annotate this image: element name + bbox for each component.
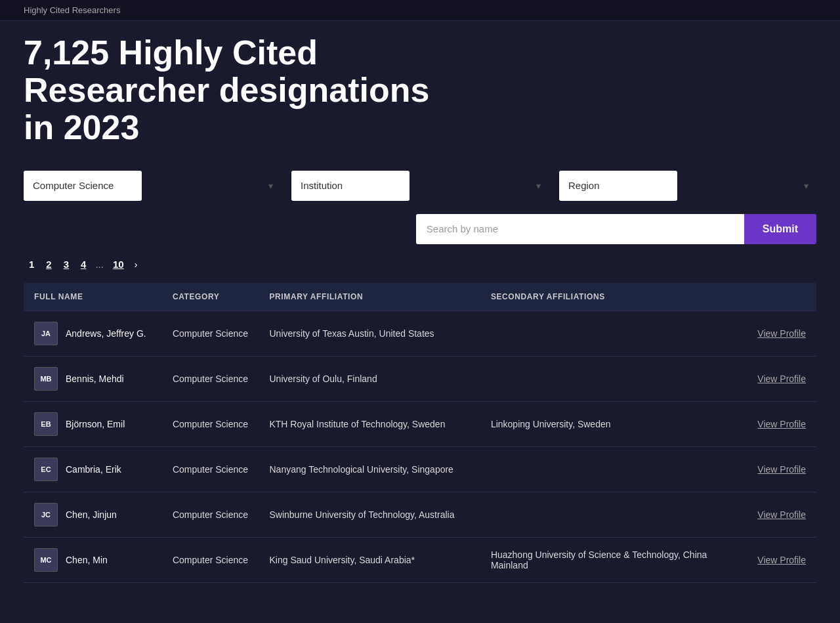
- category-cell: Computer Science: [162, 446, 259, 492]
- secondary-affiliation-cell: Linkoping University, Sweden: [480, 401, 744, 446]
- col-header-secondary: SECONDARY AFFILIATIONS: [480, 283, 744, 311]
- researcher-name: Chen, Min: [66, 555, 108, 565]
- researchers-table: FULL NAME CATEGORY PRIMARY AFFILIATION S…: [24, 283, 816, 583]
- table-row: EB Björnson, Emil Computer Science KTH R…: [24, 401, 816, 446]
- next-page-arrow[interactable]: ›: [132, 257, 140, 271]
- page-4[interactable]: 4: [77, 257, 90, 271]
- researcher-name: Andrews, Jeffrey G.: [66, 328, 146, 339]
- secondary-affiliation-cell: [480, 311, 744, 356]
- pagination: 1 2 3 4 ... 10 ›: [24, 257, 816, 271]
- name-cell: EB Björnson, Emil: [24, 401, 162, 446]
- table-row: MC Chen, Min Computer Science King Saud …: [24, 537, 816, 582]
- view-profile-link[interactable]: View Profile: [757, 464, 806, 475]
- name-cell: MC Chen, Min: [24, 537, 162, 582]
- category-cell: Computer Science: [162, 311, 259, 356]
- category-cell: Computer Science: [162, 401, 259, 446]
- page-ellipsis: ...: [94, 257, 105, 271]
- col-header-name: FULL NAME: [24, 283, 162, 311]
- category-cell: Computer Science: [162, 537, 259, 582]
- page-10[interactable]: 10: [109, 257, 128, 271]
- search-input[interactable]: [416, 214, 744, 244]
- breadcrumb: Highly Cited Researchers: [24, 5, 120, 15]
- page-1[interactable]: 1: [25, 257, 38, 271]
- search-row: Submit: [24, 214, 816, 244]
- profile-cell: View Profile: [744, 311, 816, 356]
- col-header-primary: PRIMARY AFFILIATION: [259, 283, 480, 311]
- table-row: EC Cambria, Erik Computer Science Nanyan…: [24, 446, 816, 492]
- table-body: JA Andrews, Jeffrey G. Computer Science …: [24, 311, 816, 582]
- filters-row: Computer Science Biology Chemistry Physi…: [24, 171, 816, 201]
- primary-affiliation-cell: Swinburne University of Technology, Aust…: [259, 492, 480, 537]
- primary-affiliation-cell: Nanyang Technological University, Singap…: [259, 446, 480, 492]
- secondary-affiliation-cell: [480, 446, 744, 492]
- category-cell: Computer Science: [162, 356, 259, 401]
- primary-affiliation-cell: University of Oulu, Finland: [259, 356, 480, 401]
- col-header-profile: [744, 283, 816, 311]
- name-cell: EC Cambria, Erik: [24, 446, 162, 492]
- submit-button[interactable]: Submit: [744, 214, 816, 244]
- avatar: EB: [34, 412, 58, 436]
- avatar: EC: [34, 458, 58, 481]
- table-row: JC Chen, Jinjun Computer Science Swinbur…: [24, 492, 816, 537]
- view-profile-link[interactable]: View Profile: [757, 419, 806, 429]
- region-filter[interactable]: Region: [559, 171, 677, 201]
- researcher-name: Chen, Jinjun: [66, 509, 117, 520]
- profile-cell: View Profile: [744, 356, 816, 401]
- header-top: Highly Cited Researchers: [0, 0, 840, 21]
- page-3[interactable]: 3: [60, 257, 73, 271]
- secondary-affiliation-cell: [480, 356, 744, 401]
- name-cell: MB Bennis, Mehdi: [24, 356, 162, 401]
- avatar: JA: [34, 322, 58, 345]
- view-profile-link[interactable]: View Profile: [757, 555, 806, 565]
- profile-cell: View Profile: [744, 537, 816, 582]
- profile-cell: View Profile: [744, 401, 816, 446]
- institution-filter-wrapper: Institution: [291, 171, 549, 201]
- researchers-table-container: FULL NAME CATEGORY PRIMARY AFFILIATION S…: [24, 283, 816, 583]
- page-title: 7,125 Highly Cited Researcher designatio…: [24, 34, 430, 147]
- researcher-name: Björnson, Emil: [66, 419, 125, 429]
- table-row: MB Bennis, Mehdi Computer Science Univer…: [24, 356, 816, 401]
- view-profile-link[interactable]: View Profile: [757, 328, 806, 339]
- researcher-name: Bennis, Mehdi: [66, 374, 124, 384]
- profile-cell: View Profile: [744, 446, 816, 492]
- avatar: MC: [34, 548, 58, 572]
- view-profile-link[interactable]: View Profile: [757, 509, 806, 520]
- primary-affiliation-cell: KTH Royal Institute of Technology, Swede…: [259, 401, 480, 446]
- primary-affiliation-cell: University of Texas Austin, United State…: [259, 311, 480, 356]
- profile-cell: View Profile: [744, 492, 816, 537]
- view-profile-link[interactable]: View Profile: [757, 374, 806, 384]
- avatar: JC: [34, 503, 58, 526]
- table-row: JA Andrews, Jeffrey G. Computer Science …: [24, 311, 816, 356]
- avatar: MB: [34, 367, 58, 391]
- page-2[interactable]: 2: [42, 257, 55, 271]
- institution-filter[interactable]: Institution: [291, 171, 410, 201]
- primary-affiliation-cell: King Saud University, Saudi Arabia*: [259, 537, 480, 582]
- category-filter[interactable]: Computer Science Biology Chemistry Physi…: [24, 171, 142, 201]
- category-filter-wrapper: Computer Science Biology Chemistry Physi…: [24, 171, 281, 201]
- name-cell: JC Chen, Jinjun: [24, 492, 162, 537]
- secondary-affiliation-cell: [480, 492, 744, 537]
- researcher-name: Cambria, Erik: [66, 464, 121, 475]
- secondary-affiliation-cell: Huazhong University of Science & Technol…: [480, 537, 744, 582]
- region-filter-wrapper: Region: [559, 171, 816, 201]
- category-cell: Computer Science: [162, 492, 259, 537]
- table-header: FULL NAME CATEGORY PRIMARY AFFILIATION S…: [24, 283, 816, 311]
- name-cell: JA Andrews, Jeffrey G.: [24, 311, 162, 356]
- col-header-category: CATEGORY: [162, 283, 259, 311]
